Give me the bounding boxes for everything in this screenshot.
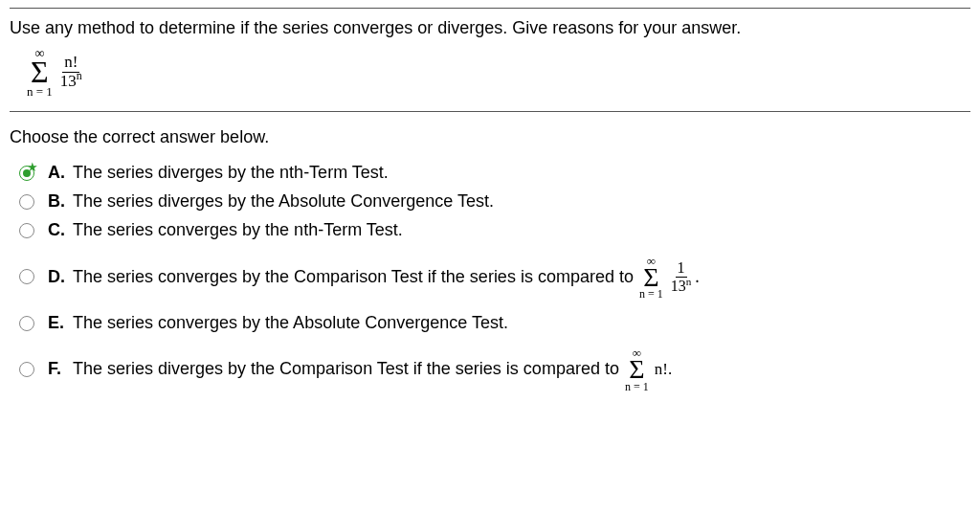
- options-group: ★ A. The series diverges by the nth-Term…: [19, 161, 970, 392]
- denominator: 13n: [58, 73, 84, 91]
- question-block: Use any method to determine if the serie…: [10, 8, 970, 112]
- sigma-block: ∞ Σ n = 1: [27, 47, 53, 98]
- sigma-block: ∞ Σ n = 1: [639, 255, 663, 300]
- sigma-block: ∞ Σ n = 1: [625, 346, 649, 391]
- sigma-symbol: Σ: [643, 267, 658, 288]
- sigma-symbol: Σ: [31, 60, 49, 85]
- sigma-symbol: Σ: [629, 359, 644, 380]
- option-e[interactable]: E. The series converges by the Absolute …: [19, 311, 970, 335]
- sub-prompt: Choose the correct answer below.: [10, 125, 970, 149]
- radio-d[interactable]: [19, 269, 34, 284]
- option-f-formula: ∞ Σ n = 1 n!.: [625, 346, 672, 391]
- option-letter: F.: [48, 357, 73, 381]
- option-a[interactable]: ★ A. The series diverges by the nth-Term…: [19, 161, 970, 185]
- option-text: The series converges by the Comparison T…: [73, 255, 700, 300]
- radio-c[interactable]: [19, 223, 34, 238]
- sigma-lower: n = 1: [27, 85, 53, 98]
- option-letter: A.: [48, 161, 73, 185]
- radio-f[interactable]: [19, 362, 34, 377]
- correct-star-icon: ★: [27, 161, 38, 173]
- option-c[interactable]: C. The series converges by the nth-Term …: [19, 218, 970, 242]
- option-letter: B.: [48, 190, 73, 213]
- option-text: The series diverges by the Absolute Conv…: [73, 190, 494, 213]
- radio-e[interactable]: [19, 316, 34, 331]
- option-d[interactable]: D. The series converges by the Compariso…: [19, 255, 970, 300]
- option-letter: E.: [48, 311, 73, 335]
- option-text: The series diverges by the nth-Term Test…: [73, 161, 389, 185]
- option-text: The series diverges by the Comparison Te…: [73, 346, 672, 391]
- question-prompt: Use any method to determine if the serie…: [10, 16, 970, 40]
- option-text: The series converges by the nth-Term Tes…: [73, 218, 403, 242]
- option-d-formula: ∞ Σ n = 1 1 13n .: [639, 255, 700, 300]
- term: n!.: [655, 358, 672, 381]
- radio-b[interactable]: [19, 194, 34, 210]
- radio-a[interactable]: ★: [19, 166, 34, 181]
- series-formula: ∞ Σ n = 1 n! 13n: [27, 47, 84, 98]
- option-letter: D.: [48, 265, 73, 289]
- option-text: The series converges by the Absolute Con…: [73, 311, 508, 335]
- option-b[interactable]: B. The series diverges by the Absolute C…: [19, 190, 970, 213]
- option-letter: C.: [48, 218, 73, 242]
- period: .: [695, 265, 700, 289]
- fraction: 1 13n: [669, 259, 694, 294]
- option-f[interactable]: F. The series diverges by the Comparison…: [19, 346, 970, 391]
- fraction: n! 13n: [58, 54, 84, 90]
